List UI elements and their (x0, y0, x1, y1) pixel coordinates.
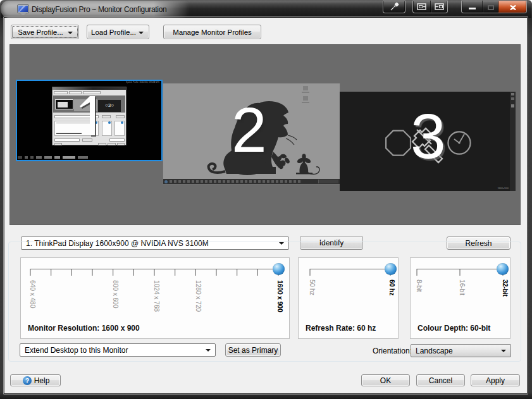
svg-text:?: ? (25, 378, 29, 384)
